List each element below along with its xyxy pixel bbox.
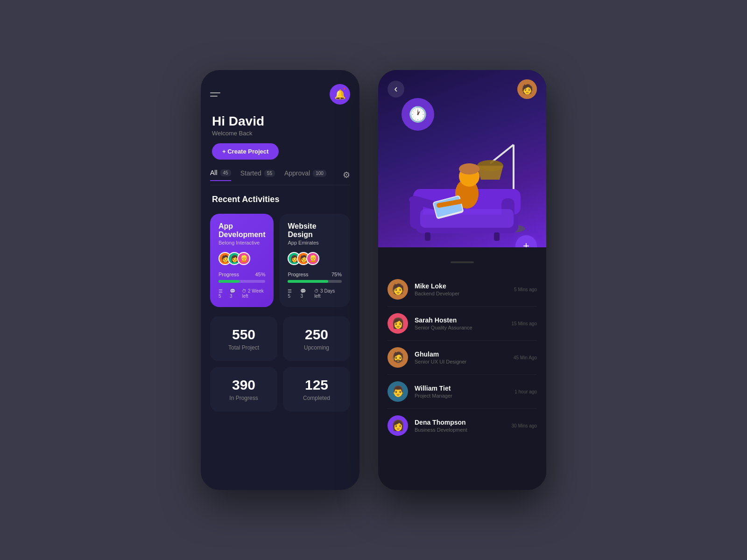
member-time-mike: 5 Mins ago — [514, 287, 537, 292]
project-card-app-development[interactable]: App Development Belong Interactive 🧑 👩 👱… — [210, 214, 274, 307]
tab-all-badge: 45 — [220, 169, 231, 176]
drag-handle — [451, 261, 474, 263]
right-phone: ‹ 🧑 🕐 — [378, 70, 546, 490]
greeting-subtitle: Welcome Back — [212, 130, 348, 137]
avatar-ghulam: 🧔 — [388, 347, 408, 368]
list-info-william: William Tiet Project Manager — [415, 385, 508, 399]
member-role-mike: Backend Developer — [415, 291, 507, 296]
project-avatars-2: 👩 🧑 👱 — [288, 252, 342, 265]
svg-point-14 — [409, 196, 420, 203]
filter-icon[interactable]: ⚙ — [343, 170, 350, 180]
member-name-sarah: Sarah Hosten — [415, 316, 505, 324]
deadline-1: ⏱ 2 Week left — [242, 288, 265, 299]
stat-completed-number: 125 — [291, 377, 342, 393]
user-avatar[interactable]: 🧑 — [517, 79, 537, 99]
tabs-bar: All 45 Started 55 Approval 100 ⚙ — [210, 169, 350, 185]
greeting-title: Hi David — [212, 114, 348, 129]
avatar-dena: 👩 — [388, 415, 408, 436]
tab-all[interactable]: All 45 — [210, 169, 231, 181]
avatar-3: 👱 — [237, 252, 250, 265]
deadline-2: ⏱ 3 Days left — [314, 288, 342, 299]
project-title-1: App Development — [218, 222, 265, 239]
tab-started-badge: 55 — [264, 170, 275, 177]
progress-bar-fill-1 — [218, 280, 240, 283]
tab-started[interactable]: Started 55 — [240, 169, 275, 181]
section-title: Recent Activities — [210, 195, 350, 204]
stat-total-label: Total Project — [218, 344, 269, 351]
member-time-dena: 30 Mins ago — [512, 423, 537, 428]
list-info-ghulam: Ghulam Senior UX UI Designer — [415, 350, 507, 364]
member-role-sarah: Senior Quality Assurance — [415, 325, 505, 330]
tab-all-label: All — [210, 169, 218, 176]
notification-dot — [343, 87, 346, 91]
progress-label-2: Progress 75% — [288, 272, 342, 277]
member-name-dena: Dena Thompson — [415, 419, 505, 426]
stat-total: 550 Total Project — [210, 316, 277, 361]
list-info-dena: Dena Thompson Business Development — [415, 419, 505, 433]
svg-rect-9 — [425, 232, 430, 241]
list-item[interactable]: 🧑 Mike Loke Backend Developer 5 Mins ago — [388, 273, 537, 307]
progress-bar-wrap-2 — [288, 280, 342, 283]
list-item[interactable]: 👩 Dena Thompson Business Development 30 … — [388, 409, 537, 442]
progress-bar-fill-2 — [288, 280, 328, 283]
create-project-button[interactable]: + Create Project — [212, 143, 279, 160]
sofa-illustration — [378, 107, 546, 247]
member-time-william: 1 hour ago — [514, 389, 537, 394]
project-title-2: Website Design — [288, 222, 342, 239]
projects-row: App Development Belong Interactive 🧑 👩 👱… — [210, 214, 350, 307]
avatar-6: 👱 — [306, 252, 319, 265]
illustration-area: ‹ 🧑 🕐 — [378, 70, 546, 247]
tab-approval-label: Approval — [284, 169, 310, 177]
list-item[interactable]: 👩 Sarah Hosten Senior Quality Assurance … — [388, 307, 537, 341]
stat-total-number: 550 — [218, 327, 269, 343]
member-name-ghulam: Ghulam — [415, 350, 507, 358]
avatar-sarah: 👩 — [388, 313, 408, 334]
member-role-dena: Business Development — [415, 427, 505, 433]
card-footer-1: ☰ 5 💬 3 ⏱ 2 Week left — [218, 288, 265, 299]
notification-button[interactable]: 🔔 — [330, 84, 350, 105]
stat-upcoming-label: Upcoming — [291, 344, 342, 351]
project-subtitle-2: App Emirates — [288, 240, 342, 245]
progress-pct-1: 45% — [255, 272, 265, 277]
avatar-mike: 🧑 — [388, 279, 408, 300]
comment-count-1: 💬 3 — [230, 288, 237, 299]
tab-started-label: Started — [240, 169, 261, 177]
tab-approval-badge: 100 — [313, 170, 326, 177]
member-time-ghulam: 45 Min Ago — [514, 355, 537, 360]
project-card-website-design[interactable]: Website Design App Emirates 👩 🧑 👱 Progre… — [279, 214, 350, 307]
team-list: 🧑 Mike Loke Backend Developer 5 Mins ago… — [378, 247, 546, 490]
task-count-2: ☰ 5 — [288, 288, 296, 299]
progress-pct-2: 75% — [331, 272, 342, 277]
list-item[interactable]: 🧔 Ghulam Senior UX UI Designer 45 Min Ag… — [388, 341, 537, 375]
avatar-william: 👨 — [388, 381, 408, 402]
stat-completed-label: Completed — [291, 395, 342, 401]
project-avatars-1: 🧑 👩 👱 — [218, 252, 265, 265]
progress-bar-wrap-1 — [218, 280, 265, 283]
task-count-1: ☰ 5 — [218, 288, 225, 299]
member-name-william: William Tiet — [415, 385, 508, 392]
tab-approval[interactable]: Approval 100 — [284, 169, 326, 181]
phone-header: 🔔 — [210, 84, 350, 105]
stat-inprogress: 390 In Progress — [210, 367, 277, 412]
member-role-ghulam: Senior UX UI Designer — [415, 359, 507, 364]
svg-rect-10 — [494, 232, 500, 241]
stats-grid: 550 Total Project 250 Upcoming 390 In Pr… — [210, 316, 350, 412]
list-item[interactable]: 👨 William Tiet Project Manager 1 hour ag… — [388, 375, 537, 409]
stat-inprogress-label: In Progress — [218, 395, 269, 401]
stat-upcoming-number: 250 — [291, 327, 342, 343]
back-button[interactable]: ‹ — [388, 81, 404, 98]
progress-label-1: Progress 45% — [218, 272, 265, 277]
menu-icon[interactable] — [210, 92, 220, 97]
list-info-sarah: Sarah Hosten Senior Quality Assurance — [415, 316, 505, 330]
stat-completed: 125 Completed — [283, 367, 350, 412]
greeting-section: Hi David Welcome Back + Create Project — [210, 114, 350, 160]
comment-count-2: 💬 3 — [300, 288, 310, 299]
member-time-sarah: 15 Mins ago — [512, 321, 537, 326]
svg-point-13 — [459, 163, 479, 175]
right-nav: ‹ 🧑 — [388, 79, 537, 99]
member-name-mike: Mike Loke — [415, 282, 507, 290]
list-info-mike: Mike Loke Backend Developer — [415, 282, 507, 296]
svg-rect-8 — [420, 209, 514, 228]
card-footer-2: ☰ 5 💬 3 ⏱ 3 Days left — [288, 288, 342, 299]
project-subtitle-1: Belong Interactive — [218, 240, 265, 245]
